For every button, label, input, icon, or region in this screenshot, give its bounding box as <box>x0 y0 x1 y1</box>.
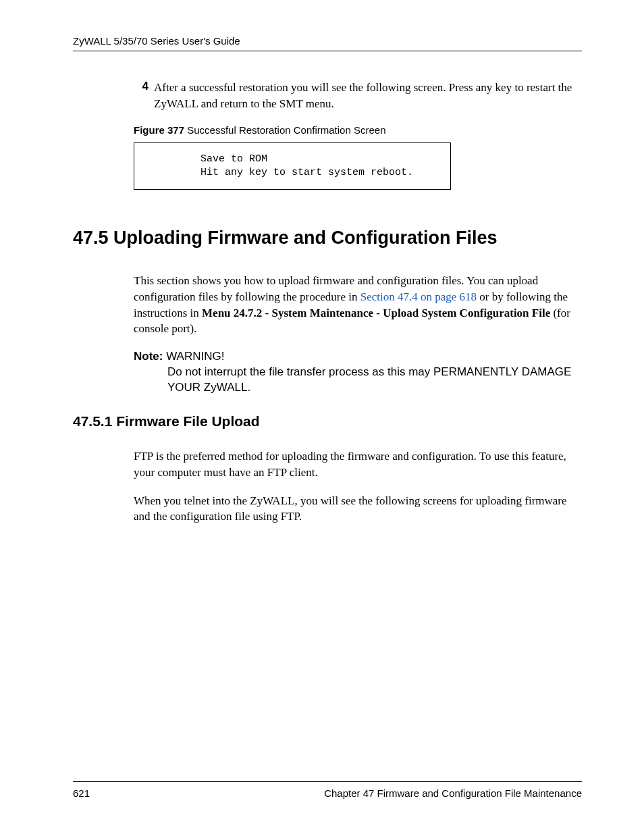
step-number: 4 <box>134 80 149 112</box>
page-footer: 621 Chapter 47 Firmware and Configuratio… <box>73 781 582 799</box>
terminal-line2: Hit any key to start system reboot. <box>200 167 413 178</box>
terminal-line1: Save to ROM <box>200 153 267 165</box>
step-text: After a successful restoration you will … <box>154 80 582 112</box>
section-heading: 47.5 Uploading Firmware and Configuratio… <box>73 228 582 249</box>
section-number: 47.5 <box>73 228 109 248</box>
terminal-box: Save to ROM Hit any key to start system … <box>134 142 451 190</box>
header-title: ZyWALL 5/35/70 Series User's Guide <box>73 35 240 47</box>
section-title: Uploading Firmware and Configuration Fil… <box>109 228 498 248</box>
note-label: Note: <box>134 350 166 363</box>
chapter-label: Chapter 47 Firmware and Configuration Fi… <box>324 787 582 799</box>
note-warning: WARNING! <box>166 350 224 363</box>
subsection-title: Firmware File Upload <box>112 413 259 429</box>
subsection-heading: 47.5.1 Firmware File Upload <box>73 413 582 429</box>
subsection-paragraph-1: FTP is the preferred method for uploadin… <box>134 448 582 481</box>
page-header: ZyWALL 5/35/70 Series User's Guide <box>73 35 582 51</box>
figure-label: Figure 377 <box>134 124 184 136</box>
para-text-bold: Menu 24.7.2 - System Maintenance - Uploa… <box>202 307 550 319</box>
note-block: Note: WARNING! Do not interrupt the file… <box>134 349 582 396</box>
figure-title: Successful Restoration Confirmation Scre… <box>184 124 385 136</box>
terminal-output: Save to ROM Hit any key to start system … <box>153 153 431 180</box>
subsection-number: 47.5.1 <box>73 413 112 429</box>
note-body: Do not interrupt the file transfer proce… <box>134 365 582 396</box>
step-4-row: 4 After a successful restoration you wil… <box>134 80 582 112</box>
cross-reference-link[interactable]: Section 47.4 on page 618 <box>360 290 477 303</box>
section-paragraph: This section shows you how to upload fir… <box>134 273 582 337</box>
figure-caption: Figure 377 Successful Restoration Confir… <box>134 124 582 136</box>
subsection-paragraph-2: When you telnet into the ZyWALL, you wil… <box>134 493 582 525</box>
page-number: 621 <box>73 787 90 799</box>
